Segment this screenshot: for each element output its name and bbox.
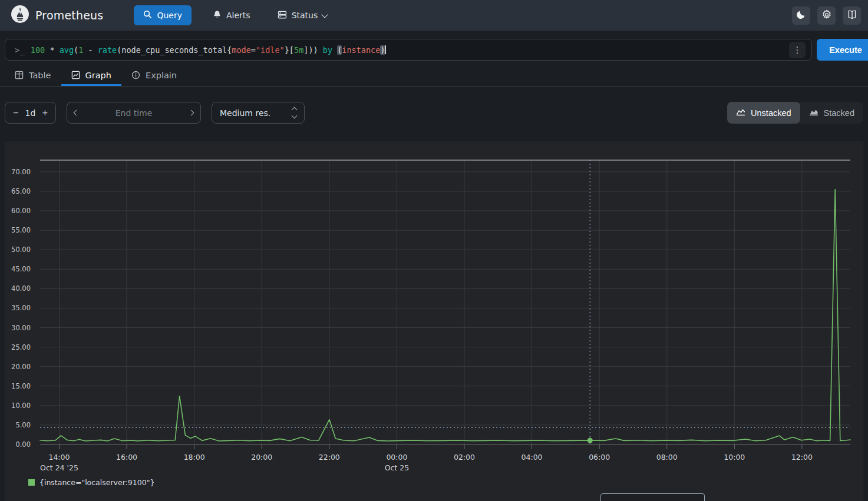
stacked-icon	[809, 108, 819, 118]
query-token: }[	[285, 45, 294, 55]
graph-controls: − 1d + End time Medium res. Unstacked St…	[5, 102, 863, 124]
y-axis-label: 40.00	[11, 284, 31, 293]
chart-panel: 0.005.0010.0015.0020.0025.0030.0035.0040…	[5, 141, 863, 501]
tab-table-label: Table	[29, 71, 51, 80]
y-axis-label: 20.00	[11, 363, 31, 371]
nav-item-status[interactable]: Status	[272, 5, 334, 26]
unstacked-button[interactable]: Unstacked	[727, 102, 800, 124]
query-token: (	[74, 45, 78, 55]
cpu-usage-chart[interactable]: 0.005.0010.0015.0020.0025.0030.0035.0040…	[5, 141, 863, 501]
end-time-input[interactable]: End time	[115, 108, 153, 118]
range-control: − 1d +	[5, 102, 56, 124]
series-line	[40, 190, 850, 441]
unstacked-label: Unstacked	[751, 108, 791, 118]
query-input[interactable]: >_ 100 * avg(1 - rate(node_cpu_seconds_t…	[5, 39, 812, 61]
y-axis-label: 70.00	[11, 168, 31, 176]
graph-icon	[71, 71, 80, 79]
server-stack-icon	[278, 10, 287, 21]
panel-tabs: Table Graph Explain	[0, 66, 868, 87]
range-decrease-button[interactable]: −	[9, 107, 22, 120]
info-icon	[131, 71, 140, 79]
stacking-toggle-group: Unstacked Stacked	[727, 102, 863, 124]
x-axis-date-label: Oct 25	[385, 463, 410, 472]
x-axis-label: 10:00	[724, 453, 745, 462]
nav-item-alerts[interactable]: Alerts	[207, 5, 256, 25]
search-icon	[143, 10, 152, 21]
end-time-back-button[interactable]	[74, 110, 80, 116]
x-axis-label: 06:00	[589, 453, 610, 462]
query-token: avg	[60, 45, 74, 55]
terminal-prompt-icon: >_	[15, 45, 25, 55]
range-value[interactable]: 1d	[25, 108, 36, 118]
hover-tooltip	[600, 493, 705, 501]
query-token: rate	[98, 45, 117, 55]
range-increase-button[interactable]: +	[38, 107, 52, 120]
navbar: Prometheus Query Alerts Status	[0, 0, 868, 31]
gear-icon	[821, 9, 832, 22]
query-token: instance	[342, 45, 380, 55]
stacked-button[interactable]: Stacked	[800, 102, 863, 124]
navbar-actions	[792, 6, 861, 25]
resolution-value: Medium res.	[220, 108, 270, 118]
query-token: =	[251, 45, 256, 55]
y-axis-label: 60.00	[11, 207, 31, 215]
y-axis-label: 5.00	[15, 421, 31, 429]
query-token: )	[380, 45, 385, 55]
x-axis-label: 18:00	[184, 453, 205, 462]
query-expression[interactable]: 100 * avg(1 - rate(node_cpu_seconds_tota…	[31, 45, 789, 55]
nav-item-status-label: Status	[292, 11, 318, 20]
execute-button[interactable]: Execute	[817, 39, 868, 61]
select-carets-icon	[292, 108, 296, 118]
book-icon	[847, 9, 857, 22]
brand-title: Prometheus	[35, 9, 103, 22]
dark-mode-toggle-button[interactable]	[792, 6, 810, 25]
x-axis-label: 14:00	[48, 453, 70, 462]
query-token: 100	[31, 45, 45, 55]
nav-item-query[interactable]: Query	[134, 5, 192, 25]
query-token: "idle"	[256, 45, 285, 55]
query-options-menu-button[interactable]: ⋮	[789, 42, 806, 58]
query-token: 5m	[294, 45, 303, 55]
y-axis-label: 65.00	[11, 187, 31, 195]
text-cursor	[385, 45, 387, 54]
x-axis-label: 08:00	[656, 453, 678, 462]
moon-icon	[796, 9, 806, 21]
x-axis-label: 02:00	[454, 453, 475, 462]
settings-button[interactable]	[817, 6, 836, 25]
y-axis-label: 55.00	[11, 226, 31, 234]
stacked-label: Stacked	[824, 108, 854, 118]
tab-explain[interactable]: Explain	[121, 66, 187, 86]
query-bar: >_ 100 * avg(1 - rate(node_cpu_seconds_t…	[0, 31, 868, 66]
query-token: (node_cpu_seconds_total{	[117, 45, 232, 55]
nav-item-query-label: Query	[157, 11, 182, 20]
documentation-button[interactable]	[843, 6, 861, 25]
resolution-select[interactable]: Medium res.	[212, 102, 305, 124]
end-time-forward-button[interactable]	[189, 110, 194, 116]
query-token: ]))	[303, 45, 323, 55]
legend-label: {instance="localserver:9100"}	[39, 478, 154, 487]
tab-graph[interactable]: Graph	[61, 66, 121, 86]
y-axis-label: 30.00	[11, 324, 31, 332]
nav-item-alerts-label: Alerts	[226, 11, 250, 20]
x-axis-label: 16:00	[116, 453, 137, 462]
x-axis-label: 22:00	[319, 453, 340, 462]
y-axis-label: 50.00	[11, 245, 31, 254]
y-axis-label: 0.00	[15, 440, 31, 449]
query-token: *	[45, 45, 59, 55]
legend-item[interactable]: {instance="localserver:9100"}	[28, 478, 154, 487]
x-axis-label: 12:00	[791, 453, 813, 462]
x-axis-label: 00:00	[386, 453, 407, 462]
prometheus-logo-icon	[11, 5, 29, 26]
nav-items: Query Alerts Status	[134, 5, 333, 26]
tab-table[interactable]: Table	[5, 66, 61, 86]
query-token: by	[323, 45, 332, 55]
y-axis-label: 35.00	[11, 304, 31, 312]
unstacked-icon	[736, 108, 745, 118]
y-axis-label: 45.00	[11, 265, 31, 273]
legend-color-swatch	[28, 479, 35, 486]
bell-icon	[213, 10, 222, 21]
chevron-down-icon	[322, 11, 328, 18]
y-axis-label: 10.00	[11, 402, 31, 410]
brand[interactable]: Prometheus	[11, 5, 103, 26]
table-icon	[15, 71, 24, 79]
